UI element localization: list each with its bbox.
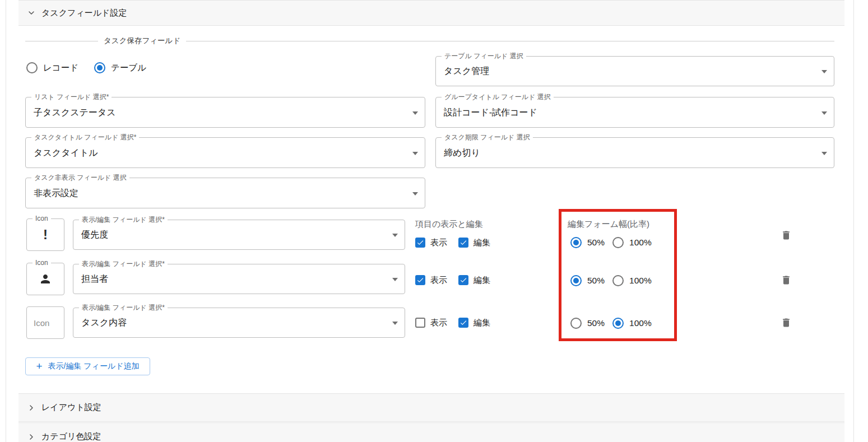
dropdown-arrow-icon: [821, 111, 827, 115]
task-field-settings-page: タスクフィールド設定 タスク保存フィールド レコード テーブル テーブル フィー…: [0, 0, 868, 442]
exclamation-icon: !: [43, 227, 48, 243]
chevron-right-icon: [27, 403, 36, 412]
checkbox-icon: [415, 275, 425, 285]
radio-width-100[interactable]: 100%: [612, 275, 652, 286]
column-header-form-width: 編集フォーム幅(比率): [568, 219, 649, 230]
radio-icon: [26, 62, 38, 73]
save-field-radio-group: レコード テーブル: [26, 61, 146, 75]
display-edit-group-1: 表示 編集: [415, 236, 490, 249]
icon-field[interactable]: Icon: [26, 306, 64, 339]
add-field-button-label: 表示/編集 フィールド追加: [48, 361, 140, 371]
dropdown-arrow-icon: [412, 152, 418, 155]
divider-line: [186, 41, 834, 41]
checkbox-icon: [458, 318, 468, 328]
trash-icon: [781, 317, 792, 328]
divider-line: [25, 41, 98, 41]
delete-row-button[interactable]: [781, 317, 792, 328]
icon-field[interactable]: Icon !: [26, 218, 64, 251]
checkbox-icon: [458, 275, 468, 285]
checkbox-edit[interactable]: 編集: [458, 238, 490, 248]
save-field-legend: タスク保存フィールド: [98, 36, 186, 46]
select-table-field[interactable]: テーブル フィールド 選択 タスク管理: [435, 56, 834, 86]
radio-width-100[interactable]: 100%: [612, 237, 652, 248]
radio-table[interactable]: テーブル: [94, 62, 146, 74]
radio-icon: [94, 62, 105, 73]
radio-icon: [570, 237, 582, 248]
accordion-task-field-settings[interactable]: タスクフィールド設定: [18, 0, 844, 26]
checkbox-show[interactable]: 表示: [415, 238, 447, 248]
radio-icon: [570, 318, 582, 329]
add-field-button[interactable]: + 表示/編集 フィールド追加: [25, 357, 150, 375]
select-group-title-field[interactable]: グループタイトル フィールド 選択 設計コード-試作コード: [435, 97, 834, 128]
dropdown-arrow-icon: [821, 152, 827, 155]
radio-width-50[interactable]: 50%: [570, 237, 605, 248]
save-field-divider: タスク保存フィールド: [25, 36, 834, 46]
radio-width-50[interactable]: 50%: [570, 275, 605, 286]
dropdown-arrow-icon: [412, 192, 418, 196]
accordion-title: タスクフィールド設定: [41, 8, 127, 18]
chevron-down-icon: [27, 8, 36, 17]
radio-icon: [612, 237, 624, 248]
accordion-category-color-settings[interactable]: カテゴリ色設定: [18, 422, 844, 442]
select-task-deadline-field[interactable]: タスク期限 フィールド 選択 締め切り: [435, 137, 834, 168]
chevron-right-icon: [27, 432, 36, 441]
trash-icon: [781, 230, 792, 241]
select-list-field[interactable]: リスト フィールド 選択* 子タスクステータス: [25, 97, 425, 128]
form-width-group-2: 50% 100%: [570, 274, 652, 287]
select-display-edit-field-3[interactable]: 表示/編集 フィールド 選択* タスク内容: [73, 308, 405, 338]
select-display-edit-field-1[interactable]: 表示/編集 フィールド 選択* 優先度: [73, 220, 405, 250]
dialog-left-border: [6, 0, 6, 442]
select-task-hidden-field[interactable]: タスク非表示 フィールド 選択 非表示設定: [25, 178, 425, 208]
accordion-title: カテゴリ色設定: [41, 431, 101, 442]
plus-icon: +: [36, 361, 42, 371]
checkbox-icon: [458, 238, 468, 248]
accordion-title: レイアウト設定: [41, 402, 101, 413]
checkbox-icon: [415, 238, 425, 248]
display-edit-group-3: 表示 編集: [415, 317, 490, 329]
dialog-right-border: [853, 0, 854, 442]
radio-icon: [612, 318, 624, 329]
checkbox-icon: [415, 318, 425, 328]
select-display-edit-field-2[interactable]: 表示/編集 フィールド 選択* 担当者: [73, 264, 405, 294]
checkbox-show[interactable]: 表示: [415, 275, 447, 286]
person-icon: [39, 272, 52, 286]
delete-row-button[interactable]: [781, 274, 792, 286]
trash-icon: [781, 274, 792, 286]
dropdown-arrow-icon: [821, 70, 827, 73]
form-width-group-1: 50% 100%: [570, 236, 652, 249]
icon-placeholder: Icon: [34, 318, 49, 328]
column-header-display-edit: 項目の表示と編集: [415, 219, 483, 230]
delete-row-button[interactable]: [781, 230, 792, 241]
dropdown-arrow-icon: [412, 111, 418, 115]
form-width-group-3: 50% 100%: [570, 317, 652, 329]
dropdown-arrow-icon: [392, 234, 398, 237]
checkbox-edit[interactable]: 編集: [458, 275, 490, 286]
radio-icon: [612, 275, 624, 286]
radio-icon: [570, 275, 582, 286]
radio-width-50[interactable]: 50%: [570, 318, 605, 329]
checkbox-edit[interactable]: 編集: [458, 318, 490, 328]
dropdown-arrow-icon: [392, 278, 398, 281]
checkbox-show[interactable]: 表示: [415, 318, 447, 328]
accordion-layout-settings[interactable]: レイアウト設定: [18, 393, 844, 422]
select-task-title-field[interactable]: タスクタイトル フィールド 選択* タスクタイトル: [25, 137, 425, 168]
radio-width-100[interactable]: 100%: [612, 318, 652, 329]
display-edit-group-2: 表示 編集: [415, 274, 490, 286]
dropdown-arrow-icon: [392, 322, 398, 325]
radio-record[interactable]: レコード: [26, 62, 78, 74]
icon-field[interactable]: Icon: [26, 263, 64, 295]
